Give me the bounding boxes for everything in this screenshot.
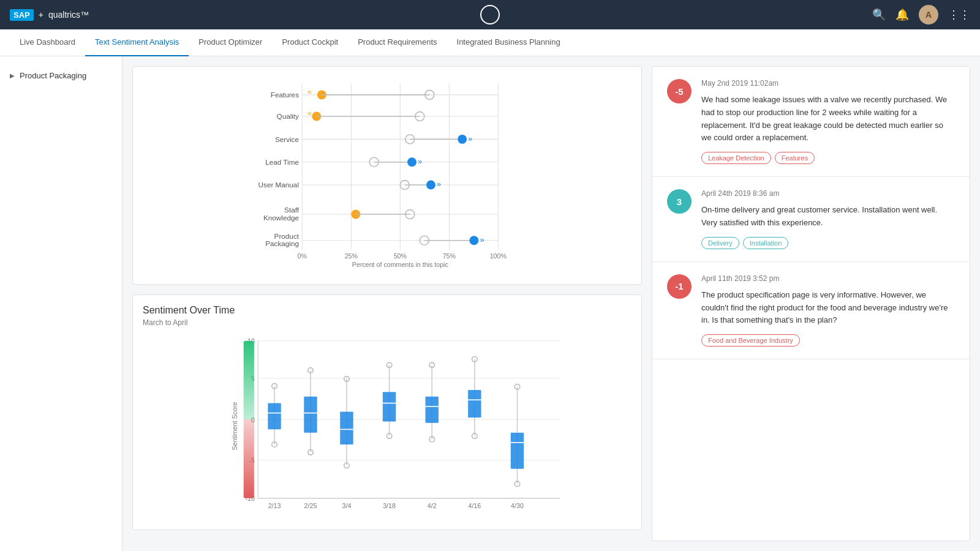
plus-separator: + [39,10,43,20]
topbar-center [480,5,500,24]
svg-text:Lead Time: Lead Time [265,158,299,166]
comment-tags-3: Food and Beverage Industry [701,334,955,347]
comment-item: 3 April 24th 2019 8:36 am On-time delive… [652,177,970,262]
svg-text:»: » [418,157,422,166]
svg-text:»: » [468,134,472,143]
comment-score-3: -1 [667,274,692,299]
svg-text:2/13: 2/13 [268,502,281,509]
topbar-right: 🔍 🔔 A ⋮⋮ [872,5,970,24]
tab-product-requirements[interactable]: Product Requirements [348,29,447,56]
comment-body-2: April 24th 2019 8:36 am On-time delivery… [701,189,955,249]
topic-trends-card: Features « Quality [132,66,642,285]
qualtrics-logo: qualtrics™ [48,10,89,20]
svg-text:Quality: Quality [277,112,300,120]
search-icon[interactable]: 🔍 [872,8,886,21]
svg-text:Features: Features [271,91,299,99]
comment-text-2: On-time delivery and great customer serv… [701,204,955,230]
comment-date-3: April 11th 2019 3:52 pm [701,274,955,283]
svg-text:»: » [480,235,484,244]
svg-text:Percent of comments in this to: Percent of comments in this topic [352,261,449,268]
avatar[interactable]: A [919,5,938,24]
sentiment-chart-subtitle: March to April [143,318,631,327]
svg-text:»: » [437,179,441,189]
comment-text-1: We had some leakage issues with a valve … [701,94,955,144]
comment-tag[interactable]: Leakage Detection [701,152,771,164]
svg-rect-85 [340,411,353,444]
sap-logo: SAP [10,9,34,21]
comment-score-1: -5 [667,79,692,103]
svg-text:Knowledge: Knowledge [263,214,299,222]
svg-text:0%: 0% [298,252,307,260]
comment-score-2: 3 [667,189,692,214]
comment-text-3: The product specification page is very i… [701,289,955,327]
tab-product-optimizer[interactable]: Product Optimizer [189,29,272,56]
tab-product-cockpit[interactable]: Product Cockpit [272,29,348,56]
tab-text-sentiment[interactable]: Text Sentiment Analysis [85,29,189,56]
topbar-circle-icon [480,5,500,24]
topic-trends-chart: Features « Quality [143,77,631,272]
svg-text:100%: 100% [490,252,507,260]
comment-item: -5 May 2nd 2019 11:02am We had some leak… [652,67,970,177]
comment-date-2: April 24th 2019 8:36 am [701,189,955,198]
svg-text:Packaging: Packaging [265,239,299,247]
topbar-left: SAP + qualtrics™ [10,9,89,21]
svg-point-33 [426,181,435,190]
sidebar: ▶ Product Packaging [0,56,123,551]
svg-text:4/2: 4/2 [428,502,437,509]
sentiment-over-time-card: Sentiment Over Time March to April Senti… [132,294,642,530]
apps-icon[interactable]: ⋮⋮ [948,8,970,21]
charts-panel: Features « Quality [132,66,642,541]
svg-text:2/25: 2/25 [304,502,317,509]
svg-rect-105 [511,433,524,469]
svg-text:User Manual: User Manual [258,181,299,189]
svg-text:Growing: Growing [355,272,382,272]
svg-text:Staff: Staff [284,206,300,214]
svg-rect-75 [268,403,281,430]
svg-text:75%: 75% [443,252,456,260]
svg-rect-95 [426,397,439,423]
expand-arrow-icon: ▶ [10,72,15,79]
comment-tags-2: Delivery Installation [701,237,955,249]
comment-date-1: May 2nd 2019 11:02am [701,79,955,88]
sentiment-chart-title: Sentiment Over Time [143,305,631,316]
page-layout: ▶ Product Packaging [0,56,980,551]
svg-text:50%: 50% [394,252,407,260]
svg-point-21 [458,135,467,144]
topbar: SAP + qualtrics™ 🔍 🔔 A ⋮⋮ [0,0,980,29]
svg-text:Sentiment Score: Sentiment Score [231,402,238,450]
main-content: Features « Quality [123,56,980,551]
svg-text:Service: Service [275,135,299,143]
svg-text:4/30: 4/30 [511,502,524,509]
svg-rect-90 [383,392,396,421]
svg-point-46 [469,236,478,245]
tab-integrated-business[interactable]: Integrated Business Planning [447,29,570,56]
svg-text:Product: Product [274,232,300,240]
svg-text:Shrinking: Shrinking [394,272,424,272]
comment-tag[interactable]: Food and Beverage Industry [701,334,800,347]
comment-tag[interactable]: Delivery [701,237,739,249]
svg-text:«: « [307,87,312,96]
comments-panel: -5 May 2nd 2019 11:02am We had some leak… [652,66,970,541]
comment-body-1: May 2nd 2019 11:02am We had some leakage… [701,79,955,164]
svg-rect-80 [304,397,317,433]
svg-text:3/4: 3/4 [342,502,351,509]
svg-text:25%: 25% [345,252,358,260]
comment-tag[interactable]: Features [775,152,815,164]
notification-icon[interactable]: 🔔 [895,8,909,21]
main-nav: Live Dashboard Text Sentiment Analysis P… [0,29,980,56]
svg-point-27 [407,157,417,167]
svg-text:3/18: 3/18 [383,502,396,509]
tab-live-dashboard[interactable]: Live Dashboard [10,29,85,56]
comment-body-3: April 11th 2019 3:52 pm The product spec… [701,274,955,347]
comment-tag[interactable]: Installation [743,237,789,249]
comment-tags-1: Leakage Detection Features [701,152,955,164]
svg-text:4/16: 4/16 [468,502,481,509]
svg-text:«: « [307,108,312,118]
svg-rect-100 [468,390,481,418]
sidebar-item-label: Product Packaging [20,71,86,80]
sidebar-item-product-packaging[interactable]: ▶ Product Packaging [0,66,122,85]
sentiment-chart: Sentiment Score 10 5 0 -5 -10 [173,334,631,518]
svg-rect-71 [244,341,254,498]
comment-item: -1 April 11th 2019 3:52 pm The product s… [652,262,970,359]
